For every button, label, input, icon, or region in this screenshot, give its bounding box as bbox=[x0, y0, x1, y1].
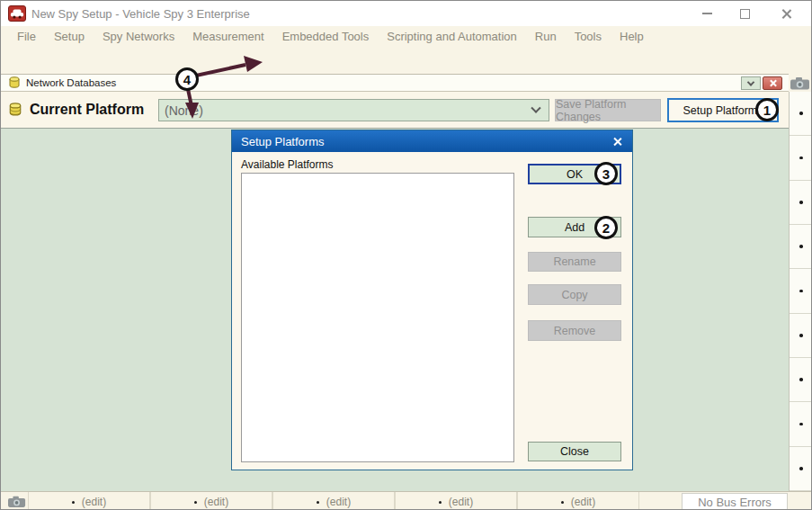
menu-embedded-tools[interactable]: Embedded Tools bbox=[273, 30, 379, 43]
edit-label: (edit) bbox=[326, 496, 351, 508]
rail-cell[interactable] bbox=[790, 136, 812, 180]
menu-measurement[interactable]: Measurement bbox=[183, 30, 272, 43]
chevron-down-icon bbox=[531, 103, 540, 112]
menu-file[interactable]: File bbox=[8, 30, 45, 43]
close-icon bbox=[781, 8, 792, 20]
rail-cell[interactable] bbox=[790, 314, 812, 358]
callout-step-1: 1 bbox=[755, 98, 779, 121]
rename-button: Rename bbox=[528, 252, 621, 272]
current-platform-value: (None) bbox=[159, 103, 532, 118]
current-platform-label: Current Platform bbox=[30, 102, 144, 118]
screenshot-camera-icon[interactable] bbox=[8, 496, 26, 510]
title-bar: New Spy Setup - Vehicle Spy 3 Enterprise bbox=[1, 1, 811, 26]
bullet-dot-icon bbox=[799, 245, 803, 248]
edit-label: (edit) bbox=[449, 496, 473, 508]
setup-platforms-dialog: Setup Platforms Available Platforms OK A… bbox=[231, 130, 633, 470]
bullet-dot-icon bbox=[799, 378, 803, 381]
status-edit-segment[interactable]: (edit) bbox=[517, 492, 639, 510]
available-platforms-label: Available Platforms bbox=[241, 158, 334, 171]
maximize-icon bbox=[740, 9, 750, 19]
status-edit-segment[interactable]: (edit) bbox=[395, 492, 517, 510]
right-dot-rail bbox=[789, 92, 812, 491]
current-platform-row: Current Platform (None) Save Platform Ch… bbox=[1, 92, 789, 128]
database-icon bbox=[8, 76, 21, 93]
current-platform-combobox[interactable]: (None) bbox=[158, 99, 549, 121]
dialog-title: Setup Platforms bbox=[241, 135, 325, 148]
menu-setup[interactable]: Setup bbox=[45, 30, 94, 43]
close-dialog-button[interactable]: Close bbox=[528, 442, 621, 461]
maximize-button[interactable] bbox=[729, 1, 760, 26]
app-window: New Spy Setup - Vehicle Spy 3 Enterprise… bbox=[0, 0, 812, 510]
bullet-dot-icon bbox=[439, 501, 442, 504]
callout-step-3: 3 bbox=[594, 162, 618, 185]
bullet-dot-icon bbox=[561, 501, 564, 504]
callout-step-4: 4 bbox=[175, 67, 199, 91]
status-edit-segment[interactable]: (edit) bbox=[150, 492, 272, 510]
close-icon bbox=[612, 137, 622, 147]
bullet-dot-icon bbox=[799, 112, 803, 115]
chevron-down-icon bbox=[747, 78, 754, 85]
rail-cell[interactable] bbox=[790, 402, 812, 446]
save-platform-changes-button: Save Platform Changes bbox=[555, 99, 661, 121]
rail-cell[interactable] bbox=[790, 92, 812, 136]
minimize-icon bbox=[702, 13, 712, 14]
bullet-dot-icon bbox=[317, 501, 319, 504]
bus-errors-label: No Bus Errors bbox=[698, 496, 772, 509]
menu-help[interactable]: Help bbox=[611, 30, 653, 43]
dialog-title-bar[interactable]: Setup Platforms bbox=[232, 130, 632, 152]
rail-cell[interactable] bbox=[790, 358, 812, 402]
minimize-button[interactable] bbox=[692, 1, 722, 26]
database-icon bbox=[8, 103, 22, 121]
remove-button: Remove bbox=[528, 320, 621, 341]
bullet-dot-icon bbox=[799, 201, 803, 204]
close-icon bbox=[769, 79, 777, 87]
rail-cell[interactable] bbox=[790, 225, 812, 269]
bullet-dot-icon bbox=[72, 501, 75, 504]
close-button[interactable] bbox=[771, 1, 801, 26]
bullet-dot-icon bbox=[194, 501, 197, 504]
bus-errors-status: No Bus Errors bbox=[682, 493, 788, 510]
rail-cell[interactable] bbox=[790, 269, 812, 313]
status-bar: (edit) (edit) (edit) (edit) (edit) No Bu… bbox=[1, 491, 811, 510]
edit-label: (edit) bbox=[204, 496, 228, 508]
copy-button: Copy bbox=[528, 284, 621, 305]
available-platforms-listbox[interactable] bbox=[241, 173, 514, 462]
toolbar: Offline Platform: (No bbox=[1, 46, 811, 74]
callout-step-2: 2 bbox=[594, 216, 618, 239]
bullet-dot-icon bbox=[799, 467, 803, 470]
bullet-dot-icon bbox=[799, 423, 803, 426]
network-databases-bar: Network Databases bbox=[1, 74, 789, 92]
network-databases-title: Network Databases bbox=[26, 77, 116, 88]
app-car-icon bbox=[8, 5, 26, 22]
bullet-dot-icon bbox=[799, 157, 803, 160]
rail-cell[interactable] bbox=[790, 447, 812, 491]
menu-spy-networks[interactable]: Spy Networks bbox=[94, 30, 183, 43]
panel-close-button[interactable] bbox=[763, 76, 782, 90]
menu-tools[interactable]: Tools bbox=[566, 30, 611, 43]
edit-label: (edit) bbox=[82, 496, 106, 508]
window-title: New Spy Setup - Vehicle Spy 3 Enterprise bbox=[31, 7, 250, 21]
bullet-dot-icon bbox=[799, 290, 803, 293]
menu-run[interactable]: Run bbox=[526, 30, 566, 43]
status-edit-segment[interactable]: (edit) bbox=[28, 492, 150, 510]
menu-scripting-automation[interactable]: Scripting and Automation bbox=[378, 30, 526, 43]
bullet-dot-icon bbox=[799, 334, 803, 337]
status-edit-segment[interactable]: (edit) bbox=[272, 492, 395, 510]
edit-label: (edit) bbox=[571, 496, 595, 508]
panel-collapse-button[interactable] bbox=[741, 76, 761, 90]
dialog-close-button[interactable] bbox=[609, 134, 625, 148]
menu-bar: File Setup Spy Networks Measurement Embe… bbox=[1, 26, 811, 46]
car-glyph bbox=[9, 6, 25, 21]
rail-cell[interactable] bbox=[790, 181, 812, 225]
